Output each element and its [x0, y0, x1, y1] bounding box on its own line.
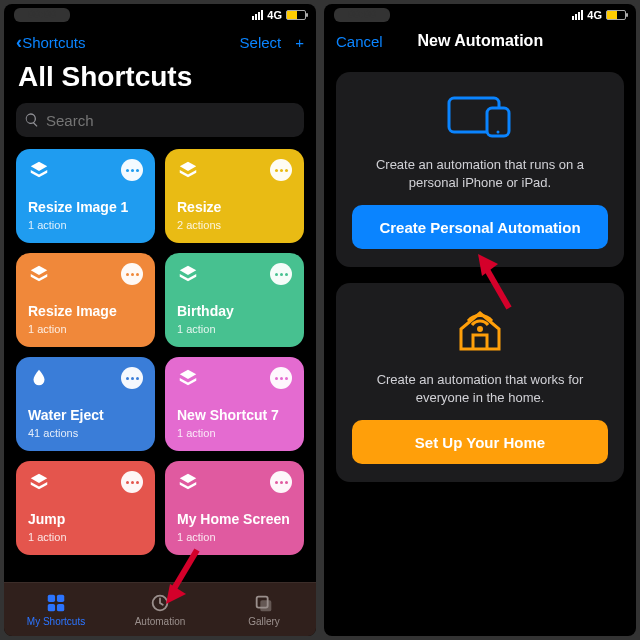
layers-icon — [177, 159, 199, 181]
home-automation-card: Create an automation that works for ever… — [336, 283, 624, 482]
search-icon — [24, 112, 40, 128]
tile-title: Jump — [28, 511, 143, 527]
drop-icon — [28, 367, 50, 389]
tile-subtitle: 1 action — [28, 219, 67, 231]
add-button[interactable]: + — [295, 35, 304, 50]
modal-title: New Automation — [418, 32, 544, 50]
tab-automation[interactable]: Automation — [108, 583, 212, 636]
gallery-tab-icon — [253, 592, 275, 614]
personal-desc: Create an automation that runs on a pers… — [352, 156, 608, 191]
battery-icon — [606, 10, 626, 20]
status-bar: 00:00 4G — [4, 4, 316, 26]
more-button[interactable] — [121, 367, 143, 389]
tile-subtitle: 1 action — [177, 323, 216, 335]
layers-icon — [28, 471, 50, 493]
svg-rect-2 — [48, 604, 55, 611]
svg-rect-6 — [260, 600, 271, 611]
automation-tab-icon — [149, 592, 171, 614]
cell-signal-icon — [572, 10, 583, 20]
tile-title: Resize Image 1 — [28, 199, 143, 215]
shortcuts-grid: Resize Image 11 actionResize2 actionsRes… — [4, 149, 316, 555]
tab-label: Automation — [135, 616, 186, 627]
nav-bar: Cancel New Automation — [324, 26, 636, 56]
shortcut-tile[interactable]: New Shortcut 71 action — [165, 357, 304, 451]
cell-signal-icon — [252, 10, 263, 20]
automation-options: Create an automation that runs on a pers… — [324, 56, 636, 498]
svg-point-9 — [497, 131, 500, 134]
status-bar: 00:00 4G — [324, 4, 636, 26]
shortcut-tile[interactable]: Water Eject41 actions — [16, 357, 155, 451]
layers-icon — [177, 263, 199, 285]
network-label: 4G — [267, 9, 282, 21]
tab-label: My Shortcuts — [27, 616, 85, 627]
tile-subtitle: 1 action — [177, 531, 216, 543]
svg-point-10 — [477, 326, 483, 332]
create-personal-automation-button[interactable]: Create Personal Automation — [352, 205, 608, 249]
nav-bar: ‹ Shortcuts Select + — [4, 26, 316, 59]
tile-title: Resize — [177, 199, 292, 215]
shortcut-tile[interactable]: Resize Image 11 action — [16, 149, 155, 243]
cancel-button[interactable]: Cancel — [336, 33, 383, 50]
battery-icon — [286, 10, 306, 20]
tile-subtitle: 1 action — [28, 531, 67, 543]
network-label: 4G — [587, 9, 602, 21]
more-button[interactable] — [270, 263, 292, 285]
shortcuts-tab-icon — [45, 592, 67, 614]
select-button[interactable]: Select — [240, 34, 282, 51]
page-title: All Shortcuts — [4, 59, 316, 103]
status-time-obscured: 00:00 — [334, 8, 390, 22]
home-desc: Create an automation that works for ever… — [352, 371, 608, 406]
tile-subtitle: 1 action — [28, 323, 67, 335]
tab-bar: My Shortcuts Automation Gallery — [4, 582, 316, 636]
search-input[interactable] — [46, 112, 296, 129]
tile-title: Resize Image — [28, 303, 143, 319]
tile-title: Water Eject — [28, 407, 143, 423]
svg-rect-3 — [57, 604, 64, 611]
search-field[interactable] — [16, 103, 304, 137]
shortcut-tile[interactable]: Resize2 actions — [165, 149, 304, 243]
setup-home-button[interactable]: Set Up Your Home — [352, 420, 608, 464]
more-button[interactable] — [270, 159, 292, 181]
tab-label: Gallery — [248, 616, 280, 627]
layers-icon — [28, 263, 50, 285]
svg-rect-1 — [57, 595, 64, 602]
tile-subtitle: 1 action — [177, 427, 216, 439]
back-label: Shortcuts — [22, 34, 85, 51]
tile-title: Birthday — [177, 303, 292, 319]
more-button[interactable] — [270, 367, 292, 389]
phone-new-automation: 00:00 4G Cancel New Automation Create an… — [324, 4, 636, 636]
tab-my-shortcuts[interactable]: My Shortcuts — [4, 583, 108, 636]
shortcut-tile[interactable]: Resize Image1 action — [16, 253, 155, 347]
tile-subtitle: 2 actions — [177, 219, 221, 231]
tile-title: New Shortcut 7 — [177, 407, 292, 423]
more-button[interactable] — [121, 471, 143, 493]
tile-title: My Home Screen — [177, 511, 292, 527]
devices-icon — [445, 94, 515, 142]
more-button[interactable] — [121, 263, 143, 285]
tab-gallery[interactable]: Gallery — [212, 583, 316, 636]
back-button[interactable]: ‹ Shortcuts — [16, 32, 86, 53]
layers-icon — [177, 367, 199, 389]
layers-icon — [177, 471, 199, 493]
shortcut-tile[interactable]: Birthday1 action — [165, 253, 304, 347]
tile-subtitle: 41 actions — [28, 427, 78, 439]
status-time-obscured: 00:00 — [14, 8, 70, 22]
shortcut-tile[interactable]: Jump1 action — [16, 461, 155, 555]
home-icon — [453, 305, 507, 357]
more-button[interactable] — [270, 471, 292, 493]
personal-automation-card: Create an automation that runs on a pers… — [336, 72, 624, 267]
shortcut-tile[interactable]: My Home Screen1 action — [165, 461, 304, 555]
more-button[interactable] — [121, 159, 143, 181]
phone-shortcuts: 00:00 4G ‹ Shortcuts Select + All Shortc… — [4, 4, 316, 636]
layers-icon — [28, 159, 50, 181]
svg-rect-0 — [48, 595, 55, 602]
